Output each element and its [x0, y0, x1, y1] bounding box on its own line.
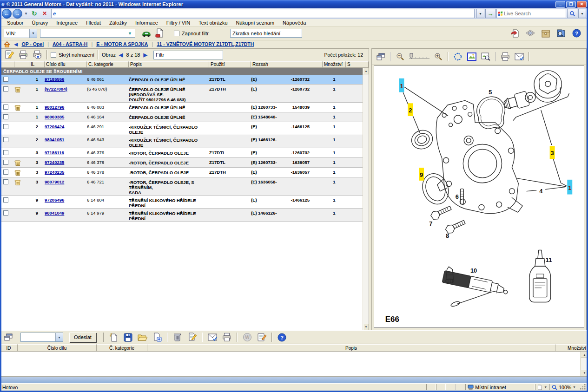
menu-item[interactable]: Nápověda	[278, 20, 310, 26]
delete-item-button[interactable]	[172, 332, 184, 343]
part-number-link[interactable]: 97206424	[45, 124, 64, 129]
mail-list-button[interactable]	[206, 332, 218, 343]
forward-button[interactable]: →	[13, 9, 22, 19]
row-checkbox[interactable]	[3, 114, 8, 119]
print-list-bottom-button[interactable]	[221, 332, 233, 343]
vin-selector[interactable]: VIN: ▼	[4, 29, 37, 38]
row-checkbox[interactable]	[3, 137, 8, 142]
web-order-button[interactable]: W	[241, 332, 253, 343]
part-number-link[interactable]: 98041049	[45, 210, 64, 216]
menu-item[interactable]: Text obrázku	[194, 20, 231, 26]
address-dropdown-button[interactable]: ▼	[476, 9, 484, 18]
enable-filter-checkbox[interactable]: Zapnout filtr	[174, 31, 209, 36]
row-checkbox[interactable]	[3, 210, 8, 216]
vin-combo-input[interactable]	[40, 29, 135, 38]
print-preview-button[interactable]	[31, 49, 43, 60]
notes-button[interactable]	[256, 332, 268, 343]
catalog-search-button[interactable]	[556, 28, 566, 39]
bheader-quantity[interactable]: Množství	[555, 344, 588, 352]
part-number-link[interactable]: 98041051	[45, 137, 64, 142]
callout-4[interactable]: 4	[539, 188, 543, 195]
table-row[interactable]: 1 97185556 6 46 061 ČERPADLO OLEJE ÚPLNÉ…	[1, 75, 363, 85]
scroll-down-button[interactable]: ▼	[363, 324, 369, 330]
enable-filter-checkbox-box[interactable]	[174, 31, 179, 36]
export-document-button[interactable]	[510, 28, 520, 39]
breadcrumb-link[interactable]: 11 - VZNĚTOVÉ MOTORY Z17DTL,Z17DTH	[157, 41, 254, 47]
part-number-link[interactable]: (97227004)	[45, 86, 67, 91]
part-number-link[interactable]: 97240235	[45, 160, 64, 165]
menu-item[interactable]: Integrace	[52, 20, 82, 26]
menu-item[interactable]: Záložky	[105, 20, 131, 26]
header-usage[interactable]: Použití	[209, 61, 251, 68]
parts-scrollbar[interactable]: ▲ ▼	[363, 68, 369, 330]
send-button[interactable]: Odeslat	[69, 333, 96, 342]
resize-grip[interactable]	[580, 384, 586, 390]
table-row[interactable]: 3 97240235 6 46 378 -ROTOR, ČERPADLO OLE…	[1, 158, 363, 168]
breadcrumb-back-icon[interactable]: ◀	[14, 41, 18, 47]
header-quantity[interactable]: Množství	[323, 61, 346, 68]
address-bar[interactable]: e	[51, 9, 475, 18]
shortcut-search-input[interactable]	[230, 29, 302, 38]
callout-7[interactable]: 7	[429, 220, 432, 227]
menu-item[interactable]: Nákupní seznam	[232, 20, 279, 26]
zoom-control[interactable]: 100% ▼	[549, 384, 578, 390]
header-il[interactable]: IL	[29, 61, 45, 68]
bheader-id[interactable]: ID	[0, 344, 18, 352]
header-s[interactable]: S	[346, 61, 369, 68]
part-number-link[interactable]: 98012796	[45, 105, 64, 110]
callout-3[interactable]: 3	[551, 150, 554, 157]
row-checkbox[interactable]	[3, 179, 8, 184]
next-image-button[interactable]: ▶	[142, 52, 148, 58]
callout-5[interactable]: 5	[489, 89, 492, 96]
go-button[interactable]: →	[485, 9, 496, 18]
live-search-box[interactable]	[496, 9, 566, 18]
header-range[interactable]: Rozsah	[251, 61, 323, 68]
bheader-description[interactable]: Popis	[147, 344, 555, 352]
table-row[interactable]: 3 98079012 6 46 721 -ROTOR, ČERPADLO OLE…	[1, 177, 363, 196]
table-row[interactable]: 1 98060385 6 46 164 ČERPADLO OLEJE ÚPLNÉ…	[1, 112, 363, 122]
part-number-link[interactable]: 97206496	[45, 197, 64, 203]
search-options-chevron[interactable]: ▼	[578, 9, 586, 18]
home-icon[interactable]	[4, 41, 10, 47]
search-button[interactable]	[567, 9, 577, 18]
row-checkbox[interactable]	[3, 124, 8, 129]
part-number-link[interactable]: 97186116	[45, 150, 64, 155]
list-selector[interactable]: ▼	[20, 333, 63, 342]
table-row[interactable]: 3 97240235 6 46 378 -ROTOR, ČERPADLO OLE…	[1, 168, 363, 177]
callout-11[interactable]: 11	[546, 256, 552, 263]
table-row[interactable]: 1 98012796 6 46 083 ČERPADLO OLEJE ÚPLNÉ…	[1, 103, 363, 112]
back-button[interactable]: ←	[2, 9, 12, 19]
breadcrumb-link[interactable]: A04 - ASTRA-H	[53, 41, 87, 47]
menu-item[interactable]: Soubor	[3, 20, 27, 26]
menu-item[interactable]: Úpravy	[27, 20, 52, 26]
row-checkbox[interactable]	[3, 150, 8, 155]
minimize-button[interactable]: _	[555, 1, 565, 8]
row-checkbox[interactable]	[3, 160, 8, 165]
table-row[interactable]: 3 97186116 6 46 376 -ROTOR, ČERPADLO OLE…	[1, 148, 363, 158]
header-part-number[interactable]: Číslo dílu	[45, 61, 87, 68]
part-number-link[interactable]: 98060385	[45, 114, 64, 119]
row-checkbox[interactable]	[3, 86, 8, 91]
row-checkbox[interactable]	[3, 197, 8, 203]
send-image-button[interactable]	[513, 51, 525, 62]
stop-button[interactable]: ✕	[40, 9, 49, 18]
bheader-part-number[interactable]: Číslo dílu	[18, 344, 97, 352]
header-description[interactable]: Popis	[129, 61, 209, 68]
detach-window-button[interactable]	[375, 51, 387, 62]
row-checkbox[interactable]	[3, 105, 8, 110]
callout-1[interactable]: 1	[400, 83, 403, 90]
layers-button[interactable]	[525, 28, 535, 39]
header-category[interactable]: Č. kategorie	[87, 61, 129, 68]
row-checkbox[interactable]	[3, 170, 8, 175]
callout-9[interactable]: 9	[420, 171, 423, 178]
new-list-button[interactable]	[108, 332, 120, 343]
open-list-button[interactable]	[137, 332, 149, 343]
zoom-in-button[interactable]	[432, 51, 444, 62]
search-input[interactable]	[504, 11, 555, 16]
parts-diagram[interactable]: 1 2 3 1 4 5 6 7 8 9 10 11 E66	[374, 66, 584, 327]
shopping-list-button[interactable]	[541, 28, 551, 39]
print-image-button[interactable]	[499, 51, 511, 62]
page-status-pane[interactable]: ▼	[535, 384, 549, 390]
row-checkbox[interactable]	[3, 77, 8, 82]
vehicle-select-button[interactable]	[141, 28, 152, 39]
